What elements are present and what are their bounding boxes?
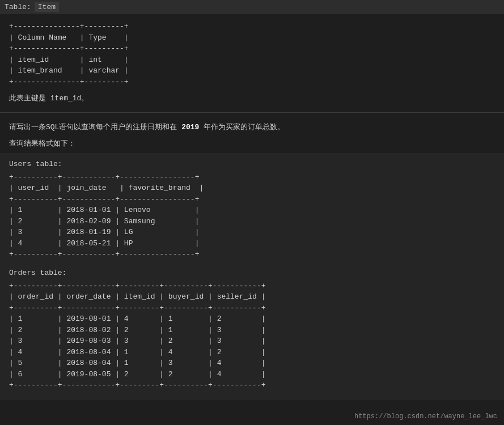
table-name: Item [35, 2, 59, 12]
question-text-after: 年作为买家的订单总数。 [199, 123, 285, 131]
users-table-code: +----------+------------+---------------… [9, 172, 495, 260]
result-format-label: 查询结果格式如下： [9, 138, 495, 148]
question-text-before: 请写出一条SQL语句以查询每个用户的注册日期和在 [9, 123, 181, 131]
item-table-code: +---------------+---------+ | Column Nam… [9, 21, 495, 87]
orders-table-code: +----------+------------+---------+-----… [9, 280, 495, 391]
primary-key-note: 此表主键是 item_id。 [9, 93, 495, 103]
orders-table-label: Orders table: [9, 269, 495, 277]
question-section: 请写出一条SQL语句以查询每个用户的注册日期和在 2019 年作为买家的订单总数… [0, 113, 504, 153]
bottom-section: Users table: +----------+------------+--… [0, 153, 504, 400]
item-schema-section: +---------------+---------+ | Column Nam… [0, 14, 504, 112]
users-table-label: Users table: [9, 160, 495, 168]
question-text: 请写出一条SQL语句以查询每个用户的注册日期和在 2019 年作为买家的订单总数… [9, 122, 495, 134]
footer-link: https://blog.csdn.net/wayne_lee_lwc [354, 413, 497, 420]
question-bold-year: 2019 [181, 123, 199, 131]
top-bar: Table: Item [0, 0, 504, 14]
table-label: Table: [5, 3, 31, 11]
